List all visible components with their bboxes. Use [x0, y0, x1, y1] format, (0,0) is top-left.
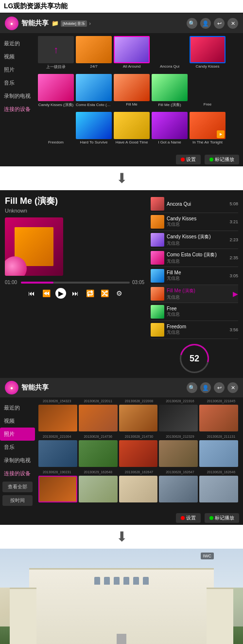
- sidebar-item-recent-1[interactable]: 最近的: [0, 37, 35, 50]
- pl-item-fillme[interactable]: Fill Me 无信息 3:05: [151, 267, 238, 285]
- photo-1[interactable]: [38, 405, 77, 431]
- photo-8[interactable]: [119, 440, 158, 467]
- thumb-allaround-label: All Around: [114, 64, 150, 69]
- window: [104, 577, 110, 585]
- photo-12[interactable]: [79, 476, 118, 502]
- repeat-btn[interactable]: 🔁: [85, 288, 95, 299]
- sidebar-item-music-1[interactable]: 音乐: [0, 76, 35, 89]
- progress-bar[interactable]: [21, 282, 130, 284]
- photo-10[interactable]: [199, 440, 238, 467]
- photo-sidebar-video[interactable]: 视频: [0, 414, 35, 428]
- thumb-candykisses[interactable]: Candy Kisses: [190, 36, 226, 72]
- thumb-freedom[interactable]: Freedom: [38, 112, 74, 148]
- photo-13[interactable]: [119, 476, 158, 502]
- thumb-free[interactable]: Free: [190, 74, 226, 110]
- thumb-247[interactable]: 24/7: [76, 36, 112, 72]
- search-icon-2[interactable]: 🔍: [187, 382, 197, 393]
- thumb-como[interactable]: Como Esta Coto (演奏): [76, 74, 112, 110]
- photo-14[interactable]: [159, 476, 198, 502]
- settings-label-2: 设置: [186, 515, 196, 521]
- dot-red-1: [181, 158, 185, 161]
- photo-2[interactable]: [79, 405, 118, 431]
- mark-btn-2[interactable]: 标记播放: [205, 513, 239, 523]
- thumb-ck-perf[interactable]: Candy Kisses (演奏): [38, 74, 74, 110]
- sidebar-item-photos-1[interactable]: 照片: [0, 63, 35, 76]
- pl-info-4: Como Esta Coto (演奏) 无信息: [167, 251, 227, 265]
- thumb-havegoodtime[interactable]: Have A Good Time: [114, 112, 150, 148]
- settings-btn-2[interactable]: 设置: [176, 513, 201, 523]
- photo-grid-row-2: [37, 439, 241, 468]
- dot-green-1: [209, 158, 213, 161]
- music-header: ● 智能共享 📁 [Mobile] 音乐 › 🔍 👤 ↩ ✕: [0, 14, 243, 33]
- pl-item-ancorasui[interactable]: Ancora Qui 5:08: [151, 195, 238, 213]
- rewind-btn[interactable]: ⏪: [41, 288, 52, 299]
- user-icon-2[interactable]: 👤: [200, 382, 211, 393]
- mark-btn-1[interactable]: 标记播放: [205, 155, 239, 164]
- pl-info-6: Fill Me (演奏) 无信息: [167, 287, 230, 301]
- back-icon-2[interactable]: ↩: [214, 382, 225, 393]
- photo-4[interactable]: [159, 405, 198, 431]
- pl-time-2: 3:21: [229, 219, 238, 224]
- thumb-como-label: Como Esta Coto (演奏): [76, 102, 112, 107]
- search-icon[interactable]: 🔍: [187, 18, 197, 29]
- pl-item-ck[interactable]: Candy Kisses 无信息 3:21: [151, 213, 238, 231]
- pl-sub-2: 无信息: [167, 221, 227, 228]
- photo-grid-row-3: [37, 474, 241, 504]
- photo-sidebar-devices[interactable]: 连接的设备: [0, 467, 35, 480]
- close-icon-2[interactable]: ✕: [227, 382, 238, 393]
- next-btn[interactable]: ⏭: [70, 288, 81, 299]
- dot-red-2: [181, 516, 185, 520]
- view-all-btn[interactable]: 查看全部: [2, 482, 33, 492]
- photo-footer: 设置 标记播放: [0, 511, 243, 525]
- pl-sub-5: 无信息: [167, 275, 227, 282]
- pl-name-8: Freedom: [167, 324, 227, 329]
- photo-3[interactable]: [119, 405, 158, 431]
- photo-sidebar-recent[interactable]: 最近的: [0, 401, 35, 414]
- thumb-fillme-perf[interactable]: Fill Me (演奏): [152, 74, 188, 110]
- photo-15[interactable]: [199, 476, 238, 502]
- sidebar-item-devices-1[interactable]: 连接的设备: [0, 103, 35, 116]
- thumb-allaround[interactable]: All Around: [114, 36, 150, 72]
- photo-sidebar-tv[interactable]: 录制的电视: [0, 454, 35, 467]
- thumb-intheair[interactable]: ▶ In The Air Tonight: [190, 112, 226, 148]
- photo-5[interactable]: [199, 405, 238, 431]
- title-bar: LG观韵资源共享功能: [0, 0, 243, 14]
- by-time-btn[interactable]: 按时间: [2, 495, 33, 506]
- sidebar-item-tv-1[interactable]: 录制的电视: [0, 89, 35, 103]
- prev-btn[interactable]: ⏮: [26, 288, 37, 299]
- photo-sidebar-music[interactable]: 音乐: [0, 441, 35, 454]
- pl-thumb-2: [151, 215, 164, 229]
- back-icon[interactable]: ↩: [214, 18, 225, 29]
- pl-item-free[interactable]: Free 无信息: [151, 303, 238, 321]
- pl-item-fillme-perf[interactable]: Fill Me (演奏) 无信息 ▶: [151, 285, 238, 303]
- settings-btn-1[interactable]: 设置: [176, 155, 201, 164]
- photo-6[interactable]: [38, 440, 77, 467]
- photo-9[interactable]: [159, 440, 198, 467]
- pl-item-freedom[interactable]: Freedom 无信息 3:56: [151, 321, 238, 339]
- thumb-igotaname[interactable]: I Got a Name: [152, 112, 188, 148]
- photo-selected[interactable]: [38, 476, 77, 502]
- close-icon[interactable]: ✕: [227, 18, 238, 29]
- music-sidebar: 最近的 视频 照片 音乐 录制的电视 连接的设备: [0, 33, 35, 153]
- dot-green-2: [209, 516, 213, 520]
- photo-sidebar-photos[interactable]: 照片: [0, 428, 35, 441]
- pl-item-ck-perf[interactable]: Candy Kisses (演奏) 无信息 2:23: [151, 231, 238, 249]
- options-btn[interactable]: ⚙: [114, 288, 124, 299]
- up-folder-item[interactable]: ↑ 上一级目录: [38, 36, 74, 72]
- sidebar-item-video-1[interactable]: 视频: [0, 50, 35, 63]
- player-title: Fill Me (演奏): [5, 195, 146, 207]
- thumb-fillme[interactable]: Fill Me: [114, 74, 150, 110]
- window: [114, 577, 120, 585]
- pl-name-1: Ancora Qui: [167, 201, 227, 207]
- photo-7[interactable]: [79, 440, 118, 467]
- volume-control[interactable]: 52: [180, 344, 209, 373]
- shuffle-btn[interactable]: 🔀: [99, 288, 110, 299]
- pl-item-como[interactable]: Como Esta Coto (演奏) 无信息 2:35: [151, 249, 238, 267]
- play-btn[interactable]: ▶: [55, 288, 66, 299]
- user-icon[interactable]: 👤: [200, 18, 211, 29]
- thumb-ancorasui[interactable]: Ancora Qui: [152, 36, 188, 72]
- album-art: [5, 217, 63, 276]
- up-arrow-icon: ↑: [53, 44, 58, 55]
- thumb-hardtosurvive[interactable]: Hard To Survive: [76, 112, 112, 148]
- mark-label-2: 标记播放: [215, 515, 234, 521]
